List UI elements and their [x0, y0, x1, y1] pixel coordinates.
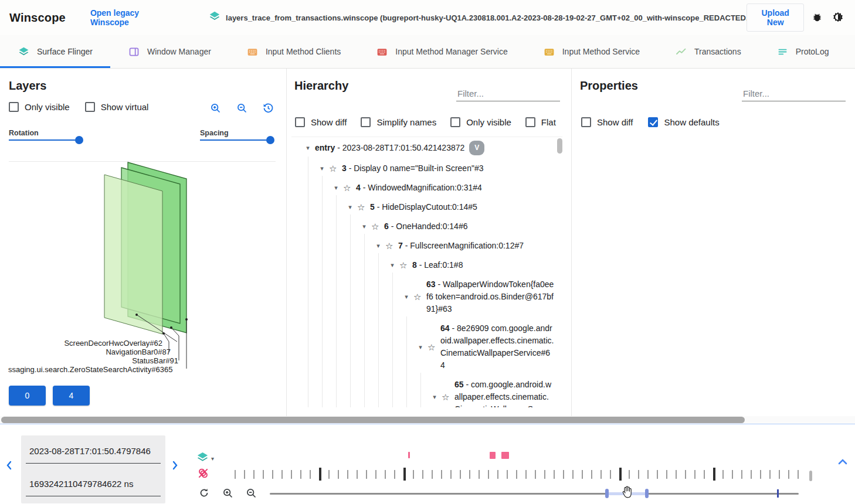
tree-scrollbar[interactable] [557, 138, 562, 154]
loaded-file: layers_trace_from_transactions.winscope … [208, 10, 747, 25]
caret-down-icon[interactable]: ▾ [329, 182, 343, 194]
tree-node[interactable]: ▾☆ 64 - 8e26909 com.google.android.wallp… [291, 319, 562, 375]
upload-new-button[interactable]: Upload New [747, 4, 804, 32]
node-label: 3 - Display 0 name="Built-in Screen"#3 [342, 162, 554, 175]
checkbox-label: Show diff [311, 117, 347, 127]
star-icon[interactable]: ☆ [329, 162, 342, 175]
star-icon[interactable]: ☆ [385, 240, 398, 252]
timeline-tick [610, 470, 611, 479]
timeline-zoom-track[interactable] [270, 493, 799, 495]
tab-surface-flinger[interactable]: Surface Flinger [0, 35, 110, 68]
horizontal-scrollbar[interactable] [0, 416, 855, 424]
simplify-names-checkbox[interactable]: Simplify names [361, 117, 436, 127]
timeline-tick [638, 470, 639, 479]
tree-node[interactable]: ▾☆ 8 - Leaf:0:1#8 [291, 256, 562, 275]
tree-node[interactable]: ▾☆ 6 - OneHanded:0:14#6 [291, 217, 562, 236]
hierarchy-tree: ▾ entry - 2023-08-28T17:01:50.421423872V… [291, 137, 562, 407]
tab-input-method-service[interactable]: Input Method Service [525, 35, 657, 68]
chevron-up-icon [837, 458, 848, 466]
tree-node[interactable]: ▾☆ 63 - WallpaperWindowToken{fa0eef6 tok… [291, 275, 562, 319]
display-4-button[interactable]: 4 [53, 386, 90, 406]
node-number: 4 [356, 183, 361, 192]
flat-checkbox[interactable]: Flat [525, 117, 556, 127]
timeline-zoom-out-button[interactable] [245, 487, 257, 499]
open-legacy-link[interactable]: Open legacy Winscope [90, 8, 178, 27]
tab-input-method-manager-service[interactable]: Input Method Manager Service [358, 35, 525, 68]
star-icon[interactable]: ☆ [371, 220, 384, 233]
layer-label: StatusBar#91 [132, 356, 178, 365]
show-diff-checkbox[interactable]: Show diff [295, 117, 347, 127]
dark-mode-toggle[interactable] [830, 10, 846, 25]
tab-input-method-clients[interactable]: Input Method Clients [229, 35, 358, 68]
caret-down-icon[interactable]: ▾ [385, 259, 399, 271]
node-text: - com.google.android.wallpaper.effects.c… [454, 380, 551, 407]
event-marker[interactable] [408, 452, 410, 458]
report-bug-button[interactable] [810, 11, 825, 25]
v-chip[interactable]: V [469, 141, 484, 155]
ns-timestamp-input[interactable] [26, 472, 161, 496]
tree-node[interactable]: ▾☆ 65 - com.google.android.wallpaper.eff… [291, 375, 562, 407]
caret-down-icon[interactable]: ▾ [343, 201, 357, 213]
star-icon[interactable]: ☆ [357, 201, 370, 213]
tree-node[interactable]: ▾☆ 5 - HideDisplayCutout:0:14#5 [291, 197, 562, 217]
timeline-tick [666, 470, 667, 479]
zoom-handle-right[interactable] [645, 489, 649, 498]
timeline-ruler[interactable] [235, 468, 827, 482]
timeline-mini-scrollbar[interactable] [809, 471, 812, 481]
caret-down-icon[interactable]: ▾ [371, 240, 385, 252]
checkbox-box[interactable] [295, 117, 305, 127]
timeline-tick [554, 470, 555, 479]
tab-window-manager[interactable]: Window Manager [110, 35, 229, 68]
next-entry-button[interactable] [170, 460, 179, 471]
scrollbar-thumb[interactable] [1, 417, 745, 423]
timeline-tick [263, 470, 264, 479]
prev-entry-button[interactable] [5, 460, 14, 471]
refresh-button[interactable] [198, 487, 210, 499]
tab-label: Input Method Manager Service [395, 47, 507, 56]
show-diff-checkbox[interactable]: Show diff [581, 117, 633, 127]
caret-down-icon[interactable]: ▾ [428, 391, 442, 403]
checkbox-box[interactable] [450, 117, 460, 127]
caret-down-icon[interactable]: ▾ [399, 291, 413, 303]
caret-down-icon[interactable]: ▾ [357, 220, 371, 233]
tab-transitions[interactable]: Tra [846, 35, 855, 68]
caret-down-icon[interactable]: ▾ [413, 341, 428, 353]
only-visible-checkbox[interactable]: Only visible [450, 117, 511, 127]
brightness-icon [832, 11, 844, 24]
checkbox-box[interactable] [581, 117, 591, 127]
timeline-tick [507, 470, 508, 479]
tree-node[interactable]: ▾☆ 3 - Display 0 name="Built-in Screen"#… [291, 159, 562, 178]
star-icon[interactable]: ☆ [442, 391, 454, 403]
layers-icon [208, 10, 221, 25]
timeline-tick [394, 470, 395, 479]
tab-label: Window Manager [147, 47, 211, 56]
timeline-markers [0, 452, 855, 460]
star-icon[interactable]: ☆ [343, 182, 356, 194]
timeline-tick [328, 470, 330, 479]
display-0-button[interactable]: 0 [9, 386, 46, 406]
tree-node-entry[interactable]: ▾ entry - 2023-08-28T17:01:50.421423872V [291, 137, 562, 159]
tab-protolog[interactable]: ProtoLog [759, 35, 847, 68]
tab-transactions[interactable]: Transactions [657, 35, 759, 68]
zoom-handle-left[interactable] [605, 489, 609, 498]
timeline-tick [722, 470, 724, 479]
timeline-zoom-in-button[interactable] [222, 487, 234, 499]
star-icon[interactable]: ☆ [428, 341, 440, 353]
properties-filter-input[interactable] [742, 86, 846, 101]
event-marker[interactable] [490, 452, 496, 459]
checkbox-box[interactable] [648, 117, 658, 127]
expand-timeline-button[interactable] [837, 458, 848, 466]
star-icon[interactable]: ☆ [399, 259, 412, 271]
show-defaults-checkbox[interactable]: Show defaults [648, 117, 719, 127]
checkbox-box[interactable] [525, 117, 535, 127]
keyboard-icon [246, 46, 259, 58]
caret-down-icon[interactable]: ▾ [301, 142, 315, 154]
event-marker[interactable] [501, 452, 509, 459]
star-icon[interactable]: ☆ [413, 291, 426, 303]
tree-node[interactable]: ▾☆ 7 - FullscreenMagnification:0:12#7 [291, 236, 562, 256]
checkbox-box[interactable] [361, 117, 371, 127]
caret-down-icon[interactable]: ▾ [315, 162, 329, 175]
hierarchy-filter-input[interactable] [456, 86, 560, 101]
transitions-disabled-icon[interactable] [196, 466, 210, 480]
tree-node[interactable]: ▾☆ 4 - WindowedMagnification:0:31#4 [291, 178, 562, 197]
